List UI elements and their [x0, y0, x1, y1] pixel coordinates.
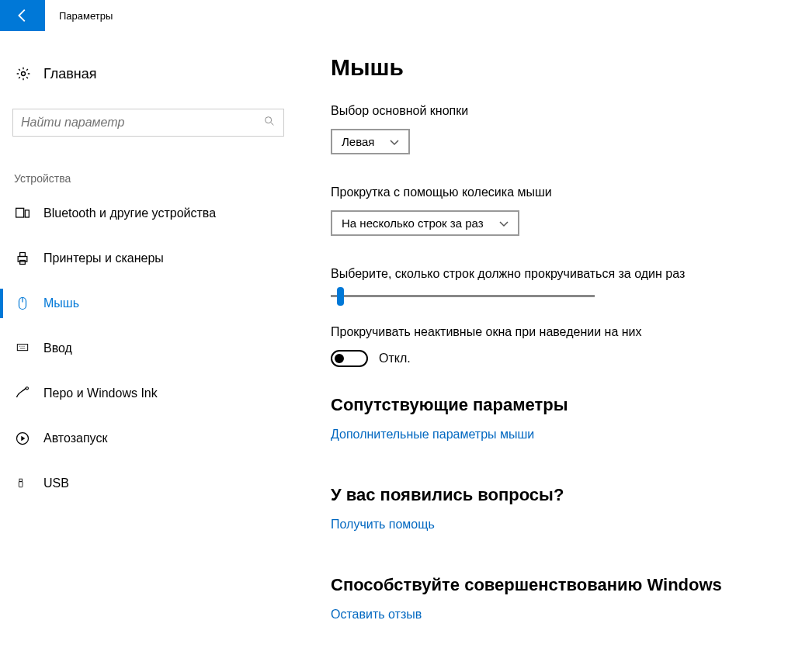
- gear-icon: [16, 66, 31, 81]
- svg-point-0: [22, 72, 26, 76]
- chevron-down-icon: [499, 216, 509, 230]
- sidebar-item-typing[interactable]: Ввод: [12, 326, 295, 371]
- svg-rect-7: [20, 261, 26, 265]
- slider-thumb[interactable]: [337, 287, 344, 306]
- svg-marker-17: [21, 436, 25, 442]
- printer-icon: [14, 250, 31, 267]
- header-title: Параметры: [45, 10, 113, 22]
- svg-rect-6: [20, 253, 26, 257]
- primary-button-dropdown[interactable]: Левая: [331, 129, 410, 154]
- keyboard-icon: [14, 340, 31, 357]
- sidebar-item-label: Bluetooth и другие устройства: [43, 206, 216, 220]
- svg-rect-10: [17, 345, 27, 351]
- scroll-wheel-dropdown[interactable]: На несколько строк за раз: [331, 210, 519, 236]
- toggle-knob: [335, 354, 344, 363]
- header: Параметры: [0, 0, 795, 31]
- pen-icon: [14, 385, 31, 402]
- sidebar-item-label: USB: [43, 476, 69, 490]
- home-button[interactable]: Главная: [12, 54, 295, 93]
- sidebar-group-label: Устройства: [12, 172, 295, 185]
- inactive-scroll-toggle[interactable]: [331, 350, 368, 367]
- get-help-link[interactable]: Получить помощь: [331, 518, 435, 532]
- sidebar-item-label: Принтеры и сканеры: [43, 251, 164, 265]
- primary-button-label: Выбор основной кнопки: [331, 104, 779, 118]
- back-button[interactable]: [0, 0, 45, 31]
- feedback-link[interactable]: Оставить отзыв: [331, 608, 422, 622]
- svg-rect-19: [19, 482, 23, 487]
- sidebar-item-printers[interactable]: Принтеры и сканеры: [12, 236, 295, 281]
- svg-rect-4: [25, 210, 29, 217]
- svg-rect-3: [16, 208, 24, 217]
- lines-label: Выберите, сколько строк должно прокручив…: [331, 267, 779, 281]
- home-label: Главная: [43, 66, 97, 82]
- feedback-title: Способствуйте совершенствованию Windows: [331, 575, 779, 595]
- svg-rect-5: [18, 257, 27, 262]
- svg-point-1: [266, 117, 272, 123]
- sidebar: Главная Устройства Bluetooth и другие ус…: [0, 54, 295, 622]
- search-box[interactable]: [12, 109, 284, 137]
- usb-icon: [14, 475, 31, 492]
- devices-icon: [14, 205, 31, 222]
- search-input[interactable]: [21, 116, 254, 130]
- sidebar-item-pen[interactable]: Перо и Windows Ink: [12, 371, 295, 416]
- svg-rect-18: [19, 479, 23, 482]
- toggle-state: Откл.: [379, 352, 411, 365]
- sidebar-item-usb[interactable]: USB: [12, 461, 295, 506]
- search-icon: [263, 115, 276, 130]
- lines-slider[interactable]: [331, 295, 595, 297]
- mouse-icon: [14, 295, 31, 312]
- help-title: У вас появились вопросы?: [331, 485, 779, 505]
- arrow-left-icon: [14, 7, 31, 24]
- sidebar-item-label: Ввод: [43, 341, 72, 355]
- sidebar-item-label: Мышь: [43, 296, 79, 310]
- svg-point-15: [26, 387, 28, 390]
- main-content: Мышь Выбор основной кнопки Левая Прокрут…: [295, 54, 795, 622]
- autoplay-icon: [14, 430, 31, 447]
- additional-mouse-options-link[interactable]: Дополнительные параметры мыши: [331, 428, 534, 442]
- sidebar-item-autoplay[interactable]: Автозапуск: [12, 416, 295, 461]
- sidebar-item-mouse[interactable]: Мышь: [12, 281, 295, 326]
- sidebar-item-label: Перо и Windows Ink: [43, 386, 158, 400]
- sidebar-item-bluetooth[interactable]: Bluetooth и другие устройства: [12, 191, 295, 236]
- chevron-down-icon: [390, 135, 399, 148]
- dropdown-value: Левая: [342, 135, 374, 148]
- related-title: Сопутствующие параметры: [331, 395, 779, 415]
- page-title: Мышь: [331, 54, 779, 81]
- svg-line-2: [271, 123, 273, 125]
- scroll-wheel-label: Прокрутка с помощью колесика мыши: [331, 185, 779, 199]
- inactive-scroll-label: Прокручивать неактивные окна при наведен…: [331, 325, 779, 339]
- sidebar-item-label: Автозапуск: [43, 431, 107, 445]
- dropdown-value: На несколько строк за раз: [342, 216, 484, 230]
